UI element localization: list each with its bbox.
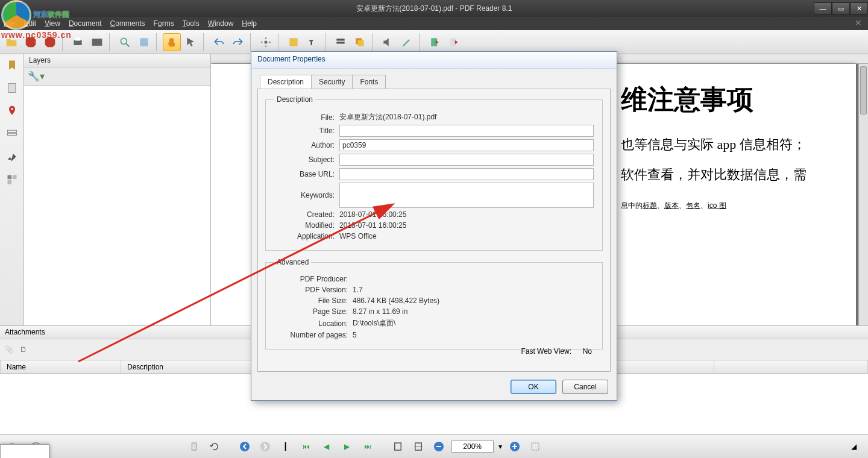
nav-back-button[interactable] xyxy=(237,439,253,454)
stop2-button[interactable] xyxy=(41,33,59,51)
stop1-button[interactable] xyxy=(22,33,40,51)
col-name[interactable]: Name xyxy=(1,360,121,374)
svg-rect-7 xyxy=(140,38,148,46)
svg-rect-21 xyxy=(7,175,11,180)
menu-document[interactable]: Document xyxy=(69,19,102,28)
title-input[interactable] xyxy=(339,125,594,137)
settings-button[interactable] xyxy=(257,33,275,51)
zoom-out-button[interactable] xyxy=(431,439,447,454)
document-properties-dialog: Document Properties Description Security… xyxy=(251,51,617,401)
minimize-button[interactable]: — xyxy=(814,2,832,14)
maximize-button[interactable]: ▭ xyxy=(832,2,850,14)
cancel-button[interactable]: Cancel xyxy=(562,380,608,394)
menu-help[interactable]: Help xyxy=(242,19,257,28)
svg-rect-14 xyxy=(358,40,364,46)
layers-tab-icon[interactable] xyxy=(5,127,19,141)
svg-rect-20 xyxy=(7,133,16,135)
page-line-3: 息中的标题、版本、包名、ico 图 xyxy=(621,196,832,212)
author-input[interactable] xyxy=(339,139,594,151)
page-number-input[interactable] xyxy=(0,444,49,458)
pagesize-value: 8.27 in x 11.69 in xyxy=(353,307,407,316)
bookmarks-icon[interactable] xyxy=(5,58,19,72)
signatures-icon[interactable] xyxy=(5,149,19,164)
zoom-dropdown-icon[interactable]: ▾ xyxy=(498,442,502,451)
svg-rect-9 xyxy=(289,38,297,46)
menu-window[interactable]: Window xyxy=(208,19,234,28)
stamp-button[interactable] xyxy=(351,33,369,51)
main-toolbar: T xyxy=(0,30,868,54)
col-blank[interactable] xyxy=(714,360,867,374)
hand-tool-button[interactable] xyxy=(163,33,181,51)
zoom-in-button[interactable] xyxy=(507,439,523,454)
svg-rect-19 xyxy=(7,130,16,132)
menu-comments[interactable]: Comments xyxy=(110,19,145,28)
keywords-input[interactable] xyxy=(339,183,594,208)
page-line-2: 软件查看，并对比数据信息，需 xyxy=(621,166,832,184)
tab-description[interactable]: Description xyxy=(260,75,312,89)
attach-add-icon[interactable]: 📎 xyxy=(5,345,14,354)
svg-marker-1 xyxy=(45,37,55,47)
svg-rect-22 xyxy=(12,175,16,180)
subject-input[interactable] xyxy=(339,154,594,166)
svg-rect-27 xyxy=(394,443,401,450)
first-page-button[interactable]: ⏮ xyxy=(298,439,314,454)
filesize-value: 486.74 KB (498,422 Bytes) xyxy=(353,296,439,305)
search-button[interactable] xyxy=(116,33,134,51)
destinations-icon[interactable] xyxy=(5,104,19,118)
text-button[interactable]: T xyxy=(304,33,322,51)
mail-button[interactable] xyxy=(88,33,106,51)
location-value: D:\tools\桌面\ xyxy=(353,318,395,328)
bottom-toolbar: 🔖 💬 ┃ ⏮ ◀ ▶ ⏭ ▾ ◢ xyxy=(0,434,868,458)
menu-forms[interactable]: Forms xyxy=(154,19,174,28)
close-document-icon[interactable]: ✕ xyxy=(855,18,864,28)
marquee-zoom-button[interactable] xyxy=(527,439,543,454)
prev-page-button[interactable]: ◀ xyxy=(319,439,335,454)
note-button[interactable] xyxy=(285,33,303,51)
pages-icon[interactable] xyxy=(5,81,19,95)
menu-view[interactable]: View xyxy=(45,19,60,28)
description-group: Description File:安卓更新方法(2018-07-01).pdf … xyxy=(265,95,603,251)
single-page-button[interactable] xyxy=(186,439,202,454)
sound-button[interactable] xyxy=(379,33,397,51)
pencil-button[interactable] xyxy=(398,33,416,51)
snapshot-button[interactable] xyxy=(135,33,153,51)
svg-rect-2 xyxy=(74,40,81,45)
menu-tools[interactable]: Tools xyxy=(183,19,200,28)
last-page-button[interactable]: ⏭ xyxy=(360,439,376,454)
open-button[interactable] xyxy=(2,33,20,51)
print-button[interactable] xyxy=(69,33,87,51)
rotate-button[interactable] xyxy=(207,439,222,454)
tab-fonts[interactable]: Fonts xyxy=(352,75,386,89)
layers-header: Layers xyxy=(24,54,210,67)
created-value: 2018-07-01 16:00:25 xyxy=(339,210,406,219)
menu-file[interactable]: File xyxy=(4,19,15,28)
export2-button[interactable] xyxy=(445,33,463,51)
highlight-button[interactable] xyxy=(332,33,350,51)
baseurl-input[interactable] xyxy=(339,168,594,180)
svg-rect-24 xyxy=(192,443,197,450)
close-button[interactable]: ✕ xyxy=(850,2,868,14)
thumbnails-icon[interactable] xyxy=(5,172,19,187)
select-tool-button[interactable] xyxy=(182,33,200,51)
file-value: 安卓更新方法(2018-07-01).pdf xyxy=(339,112,436,122)
export1-button[interactable] xyxy=(426,33,444,51)
undo-button[interactable] xyxy=(210,33,228,51)
fit-page-button[interactable] xyxy=(390,439,406,454)
advanced-group: Advanced PDF Producer: PDF Version:1.7 F… xyxy=(265,258,603,350)
application-value: WPS Office xyxy=(339,232,377,240)
nav-fwd-button[interactable] xyxy=(257,439,273,454)
next-page-button[interactable]: ▶ xyxy=(339,439,355,454)
fast-web-view: Fast Web View: No xyxy=(521,347,592,356)
zoom-input[interactable] xyxy=(451,441,494,453)
menu-edit[interactable]: Edit xyxy=(24,19,36,28)
attach-open-icon[interactable]: 🗋 xyxy=(20,345,27,354)
fit-width-button[interactable] xyxy=(410,439,426,454)
wrench-icon[interactable]: 🔧▾ xyxy=(28,71,45,82)
tab-security[interactable]: Security xyxy=(311,75,353,89)
ok-button[interactable]: OK xyxy=(511,380,556,394)
svg-rect-34 xyxy=(532,443,539,450)
redo-button[interactable] xyxy=(229,33,247,51)
svg-point-5 xyxy=(121,38,127,44)
svg-point-26 xyxy=(260,442,270,451)
expand-icon[interactable]: ◢ xyxy=(846,439,862,454)
